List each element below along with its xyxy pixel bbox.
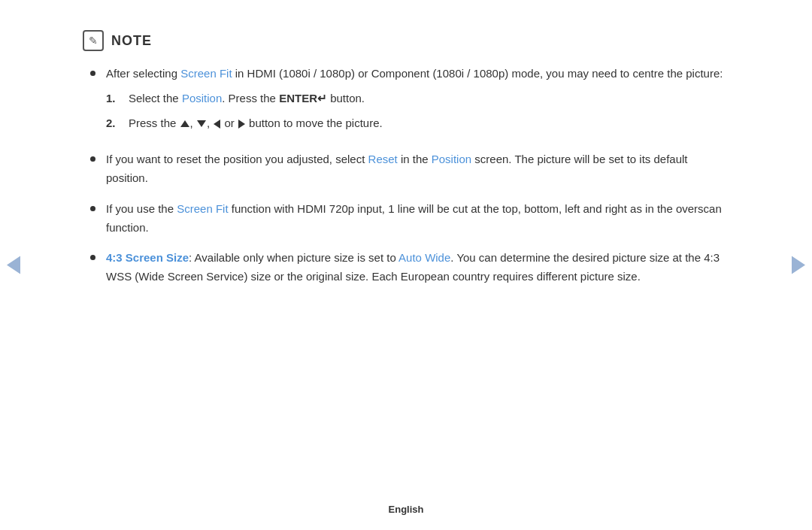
bullet-list: After selecting Screen Fit in HDMI (1080… (83, 65, 729, 286)
note-icon (83, 30, 104, 51)
left-arrow-small-icon (214, 120, 220, 129)
list-item: 1. Select the Position. Press the ENTER↵… (106, 89, 729, 108)
sub-text-2: Press the , , or button to move the pict… (129, 114, 383, 133)
left-arrow-icon (7, 256, 20, 274)
bullet-dot (90, 156, 95, 162)
screen-fit-link-1: Screen Fit (180, 67, 232, 80)
screen-size-label: 4:3 Screen Size (106, 251, 189, 264)
enter-key: ENTER↵ (279, 89, 327, 108)
left-nav-arrow[interactable] (6, 252, 21, 278)
bullet-dot (90, 206, 95, 211)
auto-wide-link: Auto Wide (398, 251, 450, 264)
footer-language: English (389, 504, 424, 515)
position-link-2: Position (432, 153, 471, 165)
bullet-dot (90, 255, 95, 260)
bullet-text: After selecting Screen Fit in HDMI (1080… (106, 65, 729, 138)
down-arrow-icon (197, 120, 206, 127)
list-item: 4:3 Screen Size: Available only when pic… (83, 249, 729, 286)
list-item: After selecting Screen Fit in HDMI (1080… (83, 65, 729, 138)
right-arrow-small-icon (238, 120, 245, 129)
right-arrow-icon (792, 256, 805, 274)
bullet-text: If you want to reset the position you ad… (106, 150, 729, 188)
page-container: NOTE After selecting Screen Fit in HDMI … (0, 0, 812, 530)
list-item: If you use the Screen Fit function with … (83, 200, 729, 238)
reset-link: Reset (368, 153, 398, 165)
screen-fit-link-2: Screen Fit (177, 202, 228, 215)
list-item: If you want to reset the position you ad… (83, 150, 729, 188)
bullet-text: 4:3 Screen Size: Available only when pic… (106, 249, 729, 286)
bullet-dot (90, 71, 95, 76)
sub-list: 1. Select the Position. Press the ENTER↵… (106, 89, 729, 133)
sub-number-1: 1. (106, 89, 121, 108)
sub-number-2: 2. (106, 114, 121, 133)
content-area: NOTE After selecting Screen Fit in HDMI … (83, 30, 729, 298)
note-header: NOTE (83, 30, 729, 51)
list-item: 2. Press the , , or button to move the p… (106, 114, 729, 133)
sub-text-1: Select the Position. Press the ENTER↵ bu… (129, 89, 365, 108)
up-arrow-icon (180, 120, 189, 127)
position-link-1: Position (182, 92, 222, 104)
note-title: NOTE (111, 33, 152, 49)
right-nav-arrow[interactable] (791, 252, 806, 278)
bullet-text: If you use the Screen Fit function with … (106, 200, 729, 238)
